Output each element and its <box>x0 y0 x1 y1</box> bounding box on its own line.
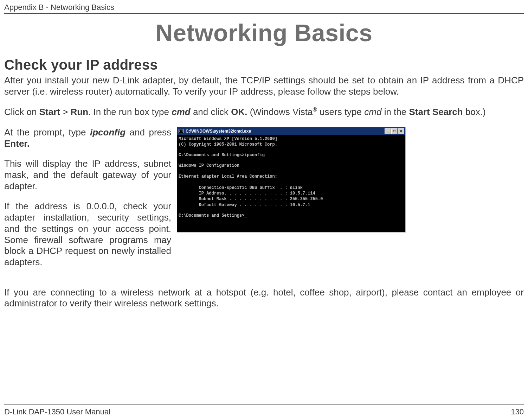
footer-manual-name: D-Link DAP-1350 User Manual <box>4 407 110 416</box>
ipconfig-bold-italic: ipconfig <box>90 127 125 138</box>
cmd-italic: cmd <box>364 107 381 117</box>
cmd-line: (C) Copyright 1985-2001 Microsoft Corp. <box>179 142 277 147</box>
text-fragment: users type <box>317 107 364 117</box>
run-bold: Run <box>71 107 89 117</box>
minimize-button[interactable]: _ <box>385 128 391 134</box>
cmd-line: Connection-specific DNS Suffix . : dlink <box>179 185 303 190</box>
page-title: Networking Basics <box>4 19 524 46</box>
enter-bold: Enter. <box>4 138 30 149</box>
paragraph-display: This will display the IP address, subnet… <box>4 158 171 192</box>
footer-rule <box>4 405 524 405</box>
text-fragment: . In the run box type <box>88 107 172 117</box>
cmd-window-title: C:\WINDOWS\system32\cmd.exe <box>186 129 251 134</box>
header-rule <box>4 13 524 14</box>
ok-bold: OK. <box>231 107 247 117</box>
cmd-line: Microsoft Windows XP [Version 5.1.2600] <box>179 136 277 141</box>
paragraph-ipconfig: At the prompt, type ipconfig and press E… <box>4 127 171 149</box>
running-head: Appendix B - Networking Basics <box>4 3 524 13</box>
text-fragment: box.) <box>463 107 486 117</box>
text-fragment: At the prompt, type <box>4 127 90 138</box>
maximize-button[interactable]: □ <box>391 128 398 134</box>
cmd-window: C:\WINDOWS\system32\cmd.exe _ □ × Micros… <box>177 127 405 232</box>
footer-page-number: 130 <box>511 407 524 416</box>
start-bold: Start <box>39 107 60 117</box>
text-fragment: > <box>60 107 71 117</box>
paragraph-run-cmd: Click on Start > Run. In the run box typ… <box>4 106 524 117</box>
text-fragment: and click <box>191 107 231 117</box>
paragraph-intro: After you install your new D-Link adapte… <box>4 75 524 97</box>
registered-symbol: ® <box>313 106 317 113</box>
text-fragment: in the <box>381 107 409 117</box>
cmd-line: IP Address. . . . . . . . . . . . : 10.5… <box>179 191 315 196</box>
start-search-bold: Start Search <box>409 107 463 117</box>
cmd-titlebar: C:\WINDOWS\system32\cmd.exe _ □ × <box>177 127 405 135</box>
cmd-line: C:\Documents and Settings>ipconfig <box>179 153 265 158</box>
paragraph-troubleshoot: If the address is 0.0.0.0, check your ad… <box>4 201 171 268</box>
cmd-line: Default Gateway . . . . . . . . . : 10.5… <box>179 203 310 208</box>
cmd-line: Subnet Mask . . . . . . . . . . . : 255.… <box>179 197 323 202</box>
cmd-bold-italic: cmd <box>172 107 190 117</box>
cmd-body: Microsoft Windows XP [Version 5.1.2600] … <box>177 135 405 232</box>
text-fragment: (Windows Vista <box>247 107 313 117</box>
cmd-icon <box>179 129 183 133</box>
section-heading: Check your IP address <box>4 57 524 73</box>
paragraph-hotspot: If you are connecting to a wireless netw… <box>4 287 524 309</box>
text-fragment: and press <box>125 127 171 138</box>
cmd-line: Windows IP Configuration <box>179 163 239 168</box>
text-fragment: Click on <box>4 107 39 117</box>
cmd-line: Ethernet adapter Local Area Connection: <box>179 174 277 179</box>
close-button[interactable]: × <box>398 128 404 134</box>
cmd-line: C:\Documents and Settings>_ <box>179 213 247 218</box>
